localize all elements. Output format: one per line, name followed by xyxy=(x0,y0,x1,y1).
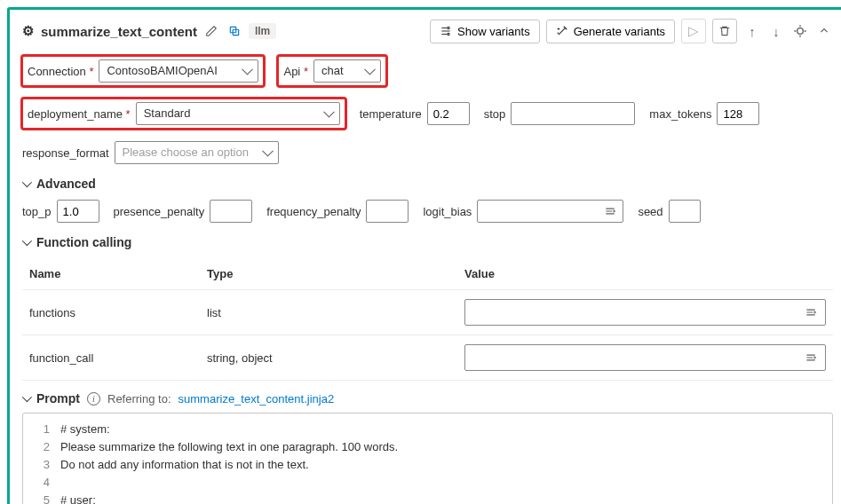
connection-field: Connection * ContosoBAMIOpenAI xyxy=(22,56,264,86)
api-label: Api * xyxy=(283,65,307,78)
node-title-area: summarize_text_content llm xyxy=(22,22,276,40)
expand-editor-icon xyxy=(804,306,818,319)
connection-label: Connection * xyxy=(28,65,93,78)
stop-label: stop xyxy=(484,107,506,121)
table-row: functions list xyxy=(22,290,833,335)
code-line: Do not add any information that is not i… xyxy=(60,456,309,474)
generate-variants-button[interactable]: Generate variants xyxy=(546,20,675,43)
col-value: Value xyxy=(457,258,833,290)
advanced-toggle[interactable]: Advanced xyxy=(22,177,833,191)
code-line: Please summarize the following text in o… xyxy=(60,438,398,456)
max-tokens-field: max_tokens xyxy=(649,102,759,125)
chevron-down-icon xyxy=(22,177,32,187)
deployment-value: Standard xyxy=(144,106,191,121)
fc-name-0: functions xyxy=(22,290,200,335)
line-number: 1 xyxy=(23,421,60,438)
deployment-select[interactable]: Standard xyxy=(136,102,340,125)
max-tokens-label: max_tokens xyxy=(649,107,711,121)
top-p-input[interactable] xyxy=(57,200,99,223)
seed-label: seed xyxy=(638,205,662,218)
chevron-down-icon xyxy=(22,236,32,246)
stop-input[interactable] xyxy=(511,102,635,125)
max-tokens-input[interactable] xyxy=(717,102,759,125)
response-format-field: response_format Please choose an option xyxy=(22,141,279,164)
top-p-label: top_p xyxy=(22,205,52,218)
locate-icon[interactable] xyxy=(791,22,809,40)
api-value: chat xyxy=(321,64,344,78)
svg-point-4 xyxy=(797,28,804,35)
col-name: Name xyxy=(22,258,200,290)
top-p-field: top_p xyxy=(22,200,99,223)
prompt-editor[interactable]: 1# system: 2Please summarize the followi… xyxy=(22,413,833,504)
api-select[interactable]: chat xyxy=(313,59,381,83)
info-icon[interactable]: i xyxy=(87,392,100,406)
line-number: 5 xyxy=(23,492,60,504)
stop-field: stop xyxy=(484,102,636,125)
temperature-label: temperature xyxy=(360,107,422,121)
presence-penalty-label: presence_penalty xyxy=(114,205,205,218)
prompt-title: Prompt xyxy=(36,391,80,406)
deployment-row: deployment_name * Standard temperature s… xyxy=(22,98,833,129)
chevron-down-icon xyxy=(22,392,32,402)
move-down-icon[interactable]: ↓ xyxy=(767,22,785,40)
referring-label: Referring to: xyxy=(107,392,171,406)
delete-node-button[interactable] xyxy=(712,19,737,43)
node-header: summarize_text_content llm Show variants… xyxy=(22,19,833,43)
presence-penalty-input[interactable] xyxy=(210,200,252,223)
frequency-penalty-input[interactable] xyxy=(366,200,409,223)
node-title: summarize_text_content xyxy=(41,24,197,39)
logit-bias-field: logit_bias xyxy=(423,200,623,223)
run-node-button[interactable]: ▷ xyxy=(681,19,706,43)
prompt-header: Prompt i Referring to: summarize_text_co… xyxy=(22,391,833,406)
connection-value: ContosoBAMIOpenAI xyxy=(107,64,217,78)
node-type-icon xyxy=(22,23,36,39)
function-calling-toggle[interactable]: Function calling xyxy=(22,235,833,249)
show-variants-button[interactable]: Show variants xyxy=(430,20,540,43)
deployment-label: deployment_name * xyxy=(28,107,131,121)
api-field: Api * chat xyxy=(278,56,385,86)
connection-row: Connection * ContosoBAMIOpenAI Api * cha… xyxy=(22,56,833,86)
node-type-tag: llm xyxy=(249,23,276,39)
function-calling-title: Function calling xyxy=(36,235,131,249)
seed-input[interactable] xyxy=(669,200,701,223)
logit-bias-input[interactable] xyxy=(477,200,623,223)
function-calling-table: Name Type Value functions list function_… xyxy=(22,258,833,381)
expand-editor-icon xyxy=(603,205,617,217)
svg-point-3 xyxy=(448,33,449,35)
line-number: 3 xyxy=(23,456,60,474)
advanced-row: top_p presence_penalty frequency_penalty… xyxy=(22,200,833,223)
line-number: 2 xyxy=(23,438,60,456)
code-line: # user: xyxy=(60,492,96,504)
prompt-file-link[interactable]: summarize_text_content.jinja2 xyxy=(179,392,335,406)
table-row: function_call string, object xyxy=(22,335,833,381)
advanced-title: Advanced xyxy=(36,177,96,191)
edit-title-icon[interactable] xyxy=(202,22,220,40)
fc-value-0[interactable] xyxy=(464,299,826,326)
connection-select[interactable]: ContosoBAMIOpenAI xyxy=(99,59,258,83)
move-up-icon[interactable]: ↑ xyxy=(743,22,761,40)
code-line: # system: xyxy=(60,421,110,438)
response-format-select[interactable]: Please choose an option xyxy=(115,141,279,164)
temperature-field: temperature xyxy=(360,102,470,125)
seed-field: seed xyxy=(638,200,700,223)
frequency-penalty-field: frequency_penalty xyxy=(266,200,409,223)
node-panel: summarize_text_content llm Show variants… xyxy=(7,7,841,504)
generate-variants-label: Generate variants xyxy=(574,25,665,38)
line-number: 4 xyxy=(23,474,60,492)
response-format-row: response_format Please choose an option xyxy=(22,141,833,164)
response-format-placeholder: Please choose an option xyxy=(123,146,249,160)
fc-type-0: list xyxy=(200,290,457,335)
col-type: Type xyxy=(200,258,457,290)
copy-icon[interactable] xyxy=(226,22,243,40)
fc-value-1[interactable] xyxy=(464,344,826,371)
temperature-input[interactable] xyxy=(427,102,470,125)
deployment-field: deployment_name * Standard xyxy=(22,98,345,129)
prompt-toggle[interactable]: Prompt xyxy=(22,391,80,406)
svg-point-2 xyxy=(448,27,449,28)
response-format-label: response_format xyxy=(22,146,109,160)
presence-penalty-field: presence_penalty xyxy=(114,200,253,223)
show-variants-label: Show variants xyxy=(457,25,530,38)
collapse-panel-icon[interactable] xyxy=(815,22,833,40)
fc-type-1: string, object xyxy=(200,335,457,381)
fc-name-1: function_call xyxy=(22,335,200,381)
